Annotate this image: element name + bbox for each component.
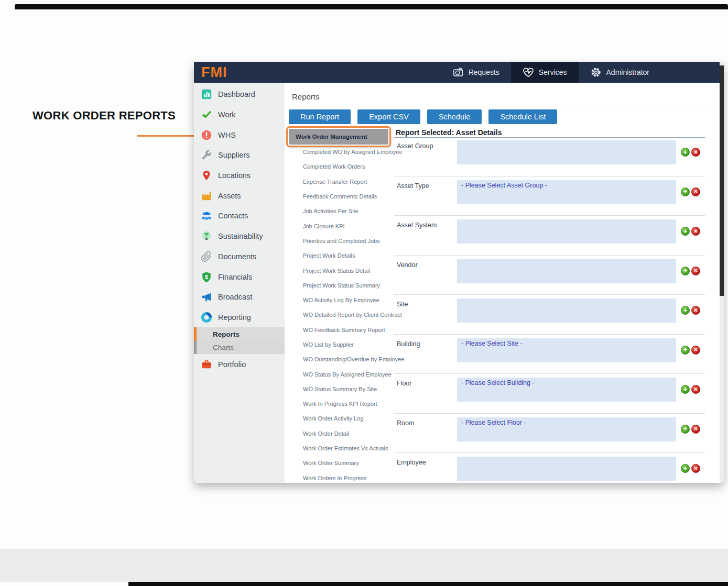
remove-icon[interactable]: ✕ bbox=[691, 306, 700, 315]
remove-icon[interactable]: ✕ bbox=[691, 385, 700, 394]
nav-tab-label: Requests bbox=[469, 68, 499, 76]
remove-icon[interactable]: ✕ bbox=[691, 148, 700, 157]
dollar-shield-icon: $ bbox=[201, 271, 212, 283]
report-item[interactable]: WO List by Supplier bbox=[285, 337, 394, 352]
sidebar-item-assets[interactable]: Assets bbox=[194, 185, 285, 206]
report-selected-header: Report Selected: Asset Details bbox=[396, 128, 502, 137]
report-item[interactable]: WO Detailed Report by Client Contract bbox=[285, 307, 394, 322]
sidebar-item-documents[interactable]: Documents bbox=[194, 247, 285, 267]
asset-type-select[interactable]: - Please Select Asset Group - bbox=[457, 180, 676, 204]
row-divider bbox=[394, 255, 705, 256]
add-icon[interactable]: + bbox=[681, 148, 690, 157]
site-select[interactable] bbox=[457, 298, 676, 323]
building-select[interactable]: - Please Select Site - bbox=[457, 338, 676, 362]
scrollbar-thumb[interactable] bbox=[720, 65, 724, 296]
field-label: Asset Group bbox=[397, 142, 433, 150]
add-icon[interactable]: + bbox=[681, 227, 690, 236]
form-row-employee: Employee + ✕ bbox=[394, 457, 705, 483]
sidebar-item-suppliers[interactable]: Suppliers bbox=[194, 145, 285, 165]
remove-icon[interactable]: ✕ bbox=[691, 464, 700, 473]
report-item[interactable]: Project Work Status Summary bbox=[285, 278, 394, 293]
asset-group-select[interactable] bbox=[457, 140, 676, 164]
form-row-asset-type: Asset Type - Please Select Asset Group -… bbox=[394, 180, 705, 219]
sidebar-subitem-label: Reports bbox=[213, 330, 240, 338]
remove-icon[interactable]: ✕ bbox=[691, 187, 700, 196]
employee-select[interactable] bbox=[457, 457, 676, 481]
add-icon[interactable]: + bbox=[681, 346, 690, 355]
floor-select[interactable]: - Please Select Building - bbox=[457, 378, 676, 402]
run-report-button[interactable]: Run Report bbox=[289, 109, 351, 124]
select-placeholder: - Please Select Asset Group - bbox=[457, 180, 676, 189]
add-icon[interactable]: + bbox=[681, 385, 690, 394]
form-row-site: Site + ✕ bbox=[394, 298, 705, 338]
report-parameters-panel: Report Selected: Asset Details Asset Gro… bbox=[394, 83, 705, 483]
add-icon[interactable]: + bbox=[681, 306, 690, 315]
report-item[interactable]: WO Status Summary By Site bbox=[285, 382, 394, 396]
report-item[interactable]: WO Status By Assigned Employee bbox=[285, 367, 394, 381]
factory-icon bbox=[201, 190, 212, 202]
report-item[interactable]: Work Order Estimates Vs Actuals bbox=[285, 441, 394, 456]
report-item[interactable]: Expense Transfer Report bbox=[285, 174, 394, 189]
row-divider bbox=[394, 452, 705, 453]
row-divider bbox=[394, 215, 705, 216]
add-icon[interactable]: + bbox=[681, 267, 690, 275]
nav-tab-requests[interactable]: Requests bbox=[441, 62, 511, 83]
vertical-scrollbar[interactable] bbox=[720, 62, 724, 483]
report-item[interactable]: WO Outstanding/Overdue by Employee bbox=[285, 352, 394, 367]
report-item[interactable]: Work Orders In Progress bbox=[285, 471, 394, 483]
form-row-floor: Floor - Please Select Building - + ✕ bbox=[394, 378, 705, 417]
sidebar-item-sustainability[interactable]: Sustainability bbox=[194, 226, 285, 247]
report-item[interactable]: Feedback Comments Details bbox=[285, 189, 394, 204]
add-icon[interactable]: + bbox=[681, 187, 690, 196]
report-group-work-order-management[interactable]: Work Order Management bbox=[289, 129, 388, 145]
report-item[interactable]: WO Feedback Summary Report bbox=[285, 323, 394, 337]
report-item[interactable]: Completed Work Orders bbox=[285, 159, 394, 174]
report-item[interactable]: Priorities and Completed Jobs bbox=[285, 234, 394, 248]
sidebar-item-label: Contacts bbox=[218, 212, 248, 220]
row-divider bbox=[394, 373, 705, 374]
add-icon[interactable]: + bbox=[681, 425, 690, 434]
sidebar-item-portfolio[interactable]: Portfolio bbox=[194, 354, 285, 374]
sidebar-item-label: Work bbox=[218, 110, 236, 119]
report-item[interactable]: Work In Progress KPI Report bbox=[285, 396, 394, 411]
remove-icon[interactable]: ✕ bbox=[691, 227, 700, 236]
nav-tab-administrator[interactable]: Administrator bbox=[579, 62, 661, 83]
sidebar-item-whs[interactable]: WHS bbox=[194, 125, 285, 145]
sidebar-item-dashboard[interactable]: Dashboard bbox=[194, 84, 285, 105]
sidebar-item-financials[interactable]: $ Financials bbox=[194, 267, 285, 287]
sidebar-subitem-reports[interactable]: Reports bbox=[194, 327, 285, 341]
report-item[interactable]: Work Order Activity Log bbox=[285, 411, 394, 426]
report-item[interactable]: WO Activity Log By Employee bbox=[285, 293, 394, 307]
row-actions: + ✕ bbox=[681, 187, 700, 196]
row-actions: + ✕ bbox=[681, 267, 700, 275]
report-item[interactable]: Completed WO by Assigned Employee bbox=[285, 145, 394, 159]
add-icon[interactable]: + bbox=[681, 464, 690, 473]
report-item[interactable]: Job Activities Per Site bbox=[285, 204, 394, 218]
room-select[interactable]: - Please Select Floor - bbox=[457, 417, 676, 441]
report-item[interactable]: Work Order Summary bbox=[285, 456, 394, 470]
report-item[interactable]: Job Closure KPI bbox=[285, 218, 394, 233]
report-item[interactable]: Project Work Status Detail bbox=[285, 263, 394, 278]
remove-icon[interactable]: ✕ bbox=[691, 346, 700, 355]
page: WORK ORDER REPORTS FMI Requests Services… bbox=[0, 0, 728, 586]
sidebar-item-work[interactable]: Work bbox=[194, 105, 285, 125]
sidebar-item-broadcast[interactable]: Broadcast bbox=[194, 287, 285, 307]
asset-system-select[interactable] bbox=[457, 219, 676, 244]
field-label: Vendor bbox=[397, 261, 418, 269]
report-item[interactable]: Project Work Details bbox=[285, 248, 394, 263]
row-actions: + ✕ bbox=[681, 148, 700, 157]
dashboard-icon bbox=[201, 89, 212, 100]
nav-tab-services[interactable]: Services bbox=[511, 62, 579, 83]
sidebar-subitem-charts[interactable]: Charts bbox=[194, 341, 285, 355]
row-actions: + ✕ bbox=[681, 306, 700, 315]
vendor-select[interactable] bbox=[457, 259, 676, 283]
alert-icon bbox=[201, 129, 212, 141]
field-label: Asset Type bbox=[397, 182, 429, 190]
sidebar-item-reporting[interactable]: Reporting bbox=[194, 307, 285, 328]
sidebar-item-label: Reporting bbox=[218, 313, 251, 322]
remove-icon[interactable]: ✕ bbox=[691, 425, 700, 434]
report-item[interactable]: Work Order Detail bbox=[285, 426, 394, 441]
remove-icon[interactable]: ✕ bbox=[691, 267, 700, 275]
sidebar-item-locations[interactable]: Locations bbox=[194, 165, 285, 186]
sidebar-item-contacts[interactable]: Contacts bbox=[194, 206, 285, 226]
